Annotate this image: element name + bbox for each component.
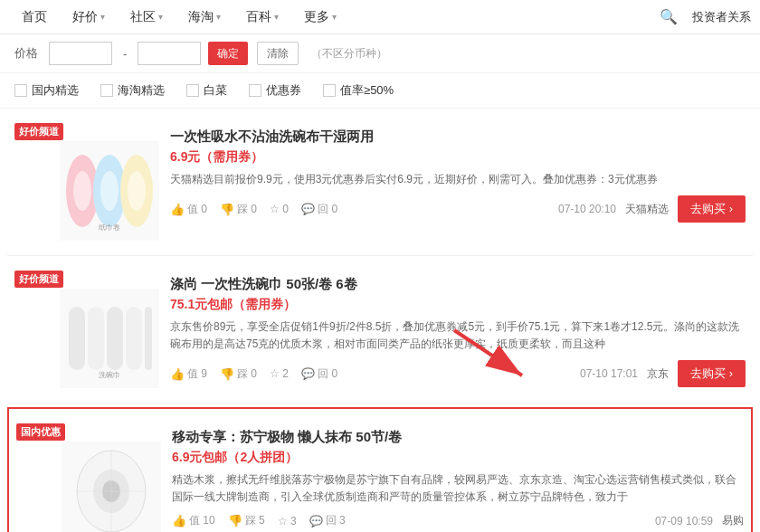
checkbox-cabbage-box[interactable]: [186, 84, 199, 97]
thumb-up-icon-3: 👍: [172, 514, 186, 527]
vote-up-3[interactable]: 👍 值 10: [172, 513, 215, 528]
star-count-3: ☆ 3: [278, 515, 297, 527]
nav-haitao-label: 海淘: [188, 9, 214, 25]
checkbox-value-rate[interactable]: 值率≥50%: [323, 82, 394, 99]
checkbox-haitao-label: 海淘精选: [118, 82, 165, 99]
svg-point-1: [73, 171, 91, 211]
product-store-3: 易购: [722, 513, 744, 528]
comment-count-1: 回 0: [318, 202, 337, 217]
price-max-input[interactable]: [138, 42, 201, 65]
vote-down-1[interactable]: 👎 踩 0: [220, 202, 257, 217]
checkbox-cabbage-label: 白菜: [204, 82, 227, 99]
nav-haojia-chevron: ▾: [100, 12, 105, 22]
product-desc-1: 天猫精选目前报价9.9元，使用3元优惠券后实付6.9元，近期好价，刚需可入。叠加…: [170, 171, 746, 188]
product-list: 好价频道 纸巾卷 一次性吸水不沾油洗碗布干湿两用 6.9元（需用券） 天猫精选目…: [0, 109, 760, 532]
svg-rect-9: [107, 307, 123, 370]
investor-link[interactable]: 投资者关系: [692, 9, 751, 25]
vote-up-count-3: 值 10: [189, 513, 215, 528]
svg-rect-7: [69, 307, 85, 370]
vote-up-count-1: 值 0: [187, 202, 207, 217]
vote-up-1[interactable]: 👍 值 0: [170, 202, 207, 217]
comment-1[interactable]: 💬 回 0: [301, 202, 337, 217]
search-icon[interactable]: 🔍: [660, 8, 678, 25]
product-store-2: 京东: [647, 366, 669, 382]
thumb-down-icon-2: 👎: [220, 367, 234, 381]
price-confirm-button[interactable]: 确定: [208, 42, 248, 65]
thumb-up-icon-1: 👍: [170, 203, 185, 216]
product-footer-3: 👍 值 10 👎 踩 5 ☆ 3 💬 回 3 07-09 10:59 易购: [172, 513, 744, 528]
price-separator: -: [123, 47, 127, 61]
checkbox-haitao[interactable]: 海淘精选: [100, 82, 165, 99]
vote-down-count-1: 踩 0: [237, 202, 257, 217]
comment-2[interactable]: 💬 回 0: [301, 366, 337, 382]
product-content-3: 移动专享：苏宁极物 懒人抹布 50节/卷 6.9元包邮（2人拼团） 精选木浆，擦…: [172, 423, 744, 532]
nav-more[interactable]: 更多 ▾: [291, 0, 349, 34]
svg-text:纸巾卷: 纸巾卷: [99, 223, 120, 232]
product-image-2: 洗碗巾: [60, 289, 159, 388]
product-title-3: 移动专享：苏宁极物 懒人抹布 50节/卷: [172, 427, 744, 446]
product-tag-3: 国内优惠: [16, 423, 65, 441]
product-time-2: 07-10 17:01: [580, 367, 638, 380]
svg-rect-10: [126, 307, 142, 370]
vote-up-count-2: 值 9: [187, 366, 207, 382]
product-tag-1: 好价频道: [14, 123, 63, 140]
nav-haojia[interactable]: 好价 ▾: [60, 0, 118, 34]
buy-button-2[interactable]: 去购买 ›: [678, 360, 746, 387]
nav-baike[interactable]: 百科 ▾: [233, 0, 291, 34]
nav-haojia-label: 好价: [72, 9, 98, 25]
checkbox-coupon-label: 优惠券: [266, 82, 301, 99]
product-footer-2: 👍 值 9 👎 踩 0 ☆ 2 💬 回 0 07-10 17:01 京东: [170, 360, 746, 387]
comment-count-3: 回 3: [326, 513, 346, 528]
checkbox-coupon[interactable]: 优惠券: [249, 82, 301, 99]
product-price-1: 6.9元（需用券）: [170, 149, 746, 166]
vote-down-2[interactable]: 👎 踩 0: [220, 366, 257, 382]
comment-icon-3: 💬: [309, 515, 323, 527]
towel-rolls-svg: 纸巾卷: [64, 150, 155, 232]
star-count-2: ☆ 2: [270, 367, 289, 380]
nav-home[interactable]: 首页: [9, 0, 60, 34]
checkbox-value-rate-box[interactable]: [323, 84, 336, 97]
star-2[interactable]: ☆ 2: [270, 367, 289, 380]
price-min-input[interactable]: [49, 42, 112, 65]
checkbox-haitao-box[interactable]: [100, 84, 113, 97]
checkbox-value-rate-label: 值率≥50%: [340, 82, 394, 99]
price-filter-label: 价格: [14, 45, 38, 62]
nav-community-label: 社区: [130, 9, 156, 25]
nav-community[interactable]: 社区 ▾: [118, 0, 176, 34]
product-store-1: 天猫精选: [625, 202, 669, 217]
checkbox-coupon-box[interactable]: [249, 84, 261, 97]
filter-bar: 价格 - 确定 清除 （不区分币种）: [0, 34, 760, 73]
comment-count-2: 回 0: [318, 366, 337, 382]
vote-up-2[interactable]: 👍 值 9: [170, 366, 207, 382]
product-tag-2: 好价频道: [14, 271, 63, 288]
vote-down-3[interactable]: 👎 踩 5: [228, 513, 265, 528]
product-card-1: 好价频道 纸巾卷 一次性吸水不沾油洗碗布干湿两用 6.9元（需用券） 天猫精选目…: [7, 109, 753, 256]
product-time-1: 07-10 20:10: [558, 203, 616, 215]
star-1[interactable]: ☆ 0: [270, 203, 289, 215]
star-3[interactable]: ☆ 3: [278, 515, 297, 527]
product-image-1: 纸巾卷: [60, 141, 159, 241]
product-desc-2: 京东售价89元，享受全店促销1件9折/2件8.5折，叠加优惠券减5元，到手价75…: [170, 318, 746, 353]
nav-more-chevron: ▾: [332, 12, 337, 22]
svg-point-3: [100, 171, 119, 211]
product-content-1: 一次性吸水不沾油洗碗布干湿两用 6.9元（需用券） 天猫精选目前报价9.9元，使…: [170, 123, 746, 241]
white-rolls-svg: 洗碗巾: [64, 298, 155, 379]
product-footer-1: 👍 值 0 👎 踩 0 ☆ 0 💬 回 0 07-10 20:10 天猫精选: [170, 195, 746, 223]
nav-more-label: 更多: [304, 9, 329, 25]
comment-icon-2: 💬: [301, 367, 315, 380]
comment-icon-1: 💬: [301, 203, 315, 215]
nav-haitao[interactable]: 海淘 ▾: [176, 0, 233, 34]
product-image-3: [62, 442, 161, 532]
product-price-2: 75.1元包邮（需用券）: [170, 297, 746, 313]
checkbox-cabbage[interactable]: 白菜: [186, 82, 227, 99]
checkbox-domestic-box[interactable]: [14, 84, 27, 97]
vote-down-count-2: 踩 0: [237, 366, 257, 382]
buy-button-1[interactable]: 去购买 ›: [678, 195, 746, 223]
nav-community-chevron: ▾: [158, 12, 163, 22]
checkbox-domestic[interactable]: 国内精选: [14, 82, 79, 99]
price-clear-button[interactable]: 清除: [257, 42, 299, 65]
svg-point-5: [128, 171, 146, 211]
nav-baike-chevron: ▾: [274, 12, 279, 22]
comment-3[interactable]: 💬 回 3: [309, 513, 346, 528]
svg-text:洗碗巾: 洗碗巾: [99, 371, 120, 379]
